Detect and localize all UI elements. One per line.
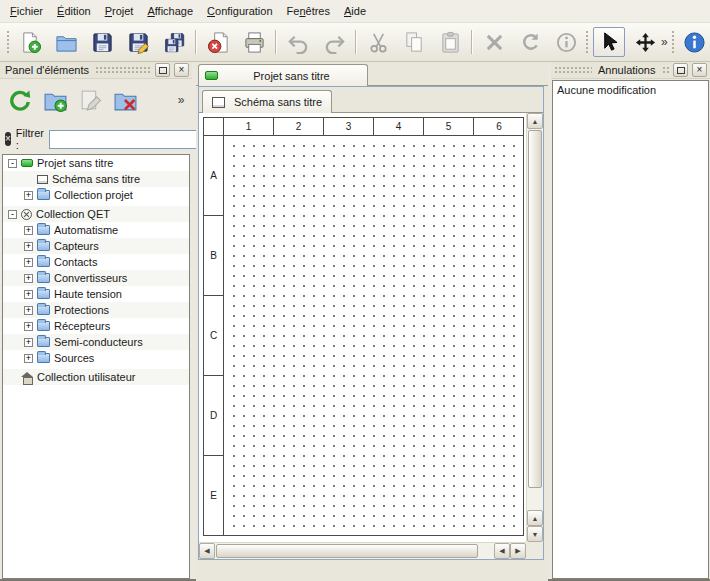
tree-row[interactable]: + Automatisme — [3, 222, 189, 238]
rotate-button[interactable] — [514, 27, 546, 57]
column-headers: 1 2 3 4 5 6 — [224, 118, 523, 136]
pan-mode-button[interactable] — [629, 27, 661, 57]
print-button[interactable] — [238, 27, 270, 57]
close-document-button[interactable] — [202, 27, 234, 57]
scroll-left-button[interactable]: ◀ — [494, 543, 510, 559]
column-header: 1 — [224, 118, 274, 135]
expander-icon[interactable]: + — [24, 290, 33, 299]
expander-icon[interactable]: - — [8, 210, 17, 219]
paste-button[interactable] — [434, 27, 466, 57]
new-document-button[interactable] — [14, 27, 46, 57]
dock-grip[interactable] — [554, 66, 592, 75]
expander-icon[interactable]: + — [24, 274, 33, 283]
tree-row[interactable]: + Sources — [3, 350, 189, 366]
tab-schema[interactable]: Schéma sans titre — [202, 90, 332, 113]
expander-icon[interactable]: + — [24, 338, 33, 347]
filter-clear-button[interactable]: × — [5, 132, 11, 146]
tree-row[interactable]: + Haute tension — [3, 286, 189, 302]
menu-item[interactable]: Fichier — [3, 2, 50, 20]
undo-list-item[interactable]: Aucune modification — [553, 81, 708, 98]
tree-item-label: Récepteurs — [54, 320, 110, 332]
tree-row[interactable]: Collection utilisateur — [3, 369, 189, 385]
close-button[interactable]: × — [692, 63, 707, 77]
dock-grip[interactable] — [662, 66, 670, 75]
tree-row[interactable]: Schéma sans titre — [3, 171, 189, 187]
tree-row[interactable]: + Collection projet — [3, 187, 189, 203]
horizontal-scroll-track[interactable] — [215, 543, 494, 559]
scroll-right-button[interactable]: ▶ — [510, 543, 526, 559]
expander-icon[interactable]: + — [24, 322, 33, 331]
toolbar-handle[interactable] — [671, 30, 676, 54]
select-mode-button[interactable] — [593, 27, 625, 57]
tree-row[interactable]: + Capteurs — [3, 238, 189, 254]
dock-grip[interactable] — [95, 66, 151, 75]
cut-button[interactable] — [362, 27, 394, 57]
about-button[interactable] — [679, 27, 710, 57]
elements-tree[interactable]: - Projet sans titre Schéma sans titre + … — [2, 154, 190, 579]
vertical-scroll-track[interactable] — [527, 129, 543, 510]
close-icon: × — [179, 65, 185, 75]
tree-row[interactable]: - Projet sans titre — [3, 155, 189, 171]
expander-icon[interactable]: + — [24, 258, 33, 267]
diagram-viewport[interactable]: 1 2 3 4 5 6 — [199, 113, 543, 559]
open-project-button[interactable] — [50, 27, 82, 57]
undo-panel-titlebar[interactable]: Annulations × — [551, 62, 710, 79]
scroll-down-icon: ▼ — [532, 531, 539, 538]
tree-row[interactable]: + Semi-conducteurs — [3, 334, 189, 350]
expander-icon[interactable]: + — [24, 191, 33, 200]
float-button[interactable] — [673, 63, 688, 77]
expander-icon[interactable]: + — [24, 306, 33, 315]
tree-item-label: Capteurs — [54, 240, 99, 252]
scroll-down-button[interactable]: ▼ — [527, 526, 543, 542]
scroll-up-button[interactable]: ▲ — [527, 113, 543, 129]
scroll-up-button[interactable]: ▲ — [527, 510, 543, 526]
toolbar-handle[interactable] — [585, 30, 590, 54]
elements-panel-titlebar[interactable]: Panel d'éléments × — [0, 62, 192, 79]
tree-row[interactable]: + Protections — [3, 302, 189, 318]
diagram-grid[interactable] — [225, 137, 523, 535]
save-as-button[interactable] — [122, 27, 154, 57]
horizontal-scroll-thumb[interactable] — [216, 544, 478, 558]
float-icon — [677, 67, 685, 74]
undo-button[interactable] — [282, 27, 314, 57]
paste-icon — [439, 31, 462, 54]
filter-label: Filtrer : — [16, 127, 44, 151]
save-all-button[interactable] — [158, 27, 190, 57]
expander-icon[interactable]: + — [24, 242, 33, 251]
redo-button[interactable] — [318, 27, 350, 57]
conductor-info-button[interactable] — [550, 27, 582, 57]
float-button[interactable] — [155, 63, 170, 77]
menu-item[interactable]: Projet — [98, 2, 141, 20]
expander-icon[interactable]: + — [24, 226, 33, 235]
tree-row[interactable]: - Collection QET — [3, 206, 189, 222]
horizontal-scrollbar[interactable]: ◀ ◀ ▶ — [199, 542, 526, 559]
filter-input[interactable] — [49, 130, 199, 149]
undo-list[interactable]: Aucune modification — [552, 80, 709, 579]
toolbar-extension-button[interactable]: » — [661, 29, 668, 55]
expander-icon[interactable]: + — [24, 354, 33, 363]
menu-item[interactable]: Fenêtres — [280, 2, 337, 20]
close-button[interactable]: × — [174, 63, 189, 77]
new-element-button[interactable] — [39, 84, 71, 116]
edit-element-button[interactable] — [74, 84, 106, 116]
vertical-scroll-thumb[interactable] — [528, 130, 542, 488]
scroll-left-button[interactable]: ◀ — [199, 543, 215, 559]
tab-project[interactable]: Projet sans titre — [198, 64, 368, 86]
menu-item[interactable]: Configuration — [200, 2, 279, 20]
delete-element-button[interactable] — [109, 84, 141, 116]
reload-collections-button[interactable] — [4, 84, 36, 116]
new-document-icon — [19, 31, 42, 54]
tree-row[interactable]: + Convertisseurs — [3, 270, 189, 286]
delete-button[interactable] — [478, 27, 510, 57]
tree-row[interactable]: + Contacts — [3, 254, 189, 270]
save-button[interactable] — [86, 27, 118, 57]
tree-row[interactable]: + Récepteurs — [3, 318, 189, 334]
elements-toolbar-extension-button[interactable]: » — [174, 87, 188, 113]
expander-icon[interactable]: - — [8, 159, 17, 168]
menu-item[interactable]: Édition — [50, 2, 98, 20]
vertical-scrollbar[interactable]: ▲ ▲ ▼ — [526, 113, 543, 542]
copy-button[interactable] — [398, 27, 430, 57]
toolbar-handle[interactable] — [6, 30, 11, 54]
menu-item[interactable]: Affichage — [140, 2, 200, 20]
menu-item[interactable]: Aide — [337, 2, 373, 20]
